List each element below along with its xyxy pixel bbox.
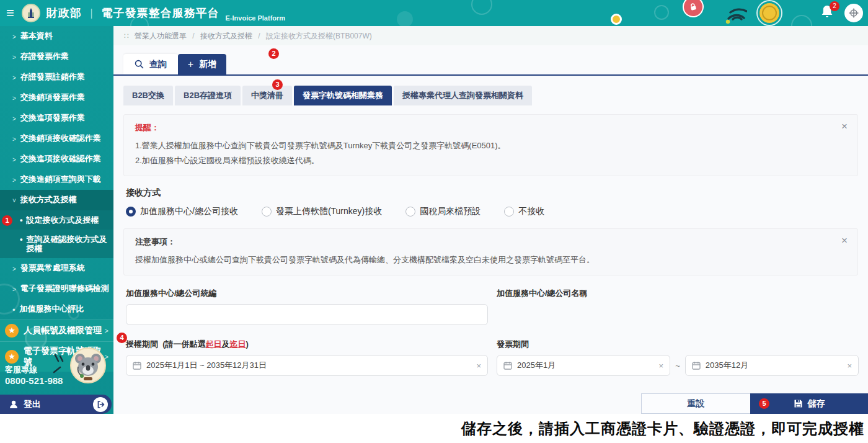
logout-button[interactable]: 登出 — [0, 395, 112, 414]
decor-bubble — [471, 0, 492, 15]
platform-title-en: E-Invoice Platform — [226, 14, 286, 26]
sidebar-item-stored-invoice[interactable]: >存證發票作業 — [0, 47, 113, 67]
sidebar-item-exchange-query-download[interactable]: >交換進銷項查詢與下載 — [0, 169, 113, 190]
reminder-box: 提醒： 1.營業人授權加值服務中心查詢下載貴公司發票字軌號碼及Turnkey下載… — [123, 114, 858, 176]
sidebar-item-account-permission[interactable]: ★ 人員帳號及權限管理 > — [0, 320, 113, 341]
notice-text: 授權加值服務中心或總公司查詢下載貴公司發票字軌號碼及代為傳輸總、分支機構配號檔案… — [135, 253, 833, 267]
sidebar-item-exchange-sales-confirm[interactable]: >交換銷項接收確認作業 — [0, 128, 113, 149]
person-icon — [9, 400, 19, 409]
save-icon — [794, 399, 803, 408]
chevron-right-icon: > — [12, 155, 16, 164]
calendar-icon — [503, 361, 512, 370]
auth-period-label: 授權期間 (請一併點選起日及迄日) — [126, 339, 488, 350]
radio-icon — [126, 207, 136, 217]
sidebar-item-exchange-sales[interactable]: >交換銷項發票作業 — [0, 87, 113, 108]
subtab-winning-list[interactable]: 中獎清冊 — [242, 86, 292, 105]
start-date-link[interactable]: 起日 — [206, 339, 222, 349]
form-actions: 重設 5 儲存 — [641, 393, 868, 414]
receive-method-label: 接收方式 — [126, 187, 858, 199]
tab-add[interactable]: + 新增 — [178, 54, 226, 74]
sidebar-item-basic-info[interactable]: >基本資料 — [0, 26, 113, 47]
sidebar-item-invoice-exception[interactable]: >發票異常處理系統 — [0, 258, 113, 279]
chevron-right-icon: > — [12, 53, 16, 62]
reminder-line-1: 1.營業人授權加值服務中心查詢下載貴公司發票字軌號碼及Turnkey下載貴公司之… — [135, 138, 833, 153]
sidebar-item-exchange-purchase-confirm[interactable]: >交換進項接收確認作業 — [0, 149, 113, 169]
clear-icon[interactable]: × — [476, 361, 481, 370]
invoice-from-value: 2025年1月 — [517, 360, 654, 371]
decor-bubble — [25, 327, 47, 349]
chevron-right-icon: > — [12, 94, 16, 103]
save-button[interactable]: 5 儲存 — [750, 393, 868, 414]
sidebar-item-query-confirm-receive-method[interactable]: •查詢及確認接收方式及授權 — [0, 230, 113, 258]
radio-tax-bureau-default[interactable]: 國稅局來檔預設 — [405, 206, 480, 217]
radio-turnkey-receive[interactable]: 發票上傳軟體(Turnkey)接收 — [262, 206, 382, 217]
logout-arrow-icon[interactable] — [93, 397, 108, 412]
breadcrumb-item[interactable]: 營業人功能選單 — [135, 32, 187, 40]
breadcrumb: ∷ 營業人功能選單 / 接收方式及授權 / 設定接收方式及授權(BTB007W) — [113, 26, 868, 45]
step-badge-1: 1 — [2, 215, 12, 226]
ministry-logo — [22, 4, 40, 22]
invoice-period-to-input[interactable]: 2035年12月 × — [685, 355, 859, 376]
sidebar-item-barcode-check[interactable]: >電子發票證明聯條碼檢測 — [0, 279, 113, 299]
chevron-right-icon: > — [12, 176, 16, 185]
search-icon — [135, 60, 144, 69]
decor-bubble — [611, 14, 622, 25]
close-icon[interactable]: × — [841, 235, 848, 246]
clear-icon[interactable]: × — [659, 361, 664, 370]
reminder-title: 提醒： — [135, 122, 833, 133]
sidebar-item-exchange-purchase[interactable]: >交換進項發票作業 — [0, 108, 113, 128]
accessibility-icon[interactable] — [844, 4, 863, 22]
bullet-icon: • — [20, 215, 23, 225]
chevron-right-icon: > — [12, 135, 16, 144]
auth-period-input[interactable]: 2025年1月1日 ~ 2035年12月31日 × — [126, 355, 488, 376]
bullet-icon: • — [12, 305, 16, 315]
sidebar-item-set-receive-method[interactable]: 1 •設定接收方式及授權 — [0, 210, 113, 230]
sidebar-nav: >基本資料 >存證發票作業 >存證發票註銷作業 >交換銷項發票作業 >交換進項發… — [0, 26, 113, 414]
star-icon: ★ — [5, 350, 19, 364]
chevron-right-icon: > — [12, 73, 16, 83]
breadcrumb-separator: / — [258, 32, 260, 40]
calendar-icon — [133, 361, 141, 370]
decor-bubble — [791, 15, 812, 26]
notice-title: 注意事項： — [135, 236, 833, 248]
mascot-avatar — [70, 347, 106, 383]
app-header: ≡ 財政部 ｜ 電子發票整合服務平台 E-Invoice Platform 2 — [0, 0, 868, 26]
subtab-track-number-business[interactable]: 發票字軌號碼相關業務 — [294, 86, 392, 105]
decor-coin-icon — [758, 1, 781, 25]
chevron-right-icon: > — [12, 285, 16, 294]
chevron-right-icon: > — [105, 327, 108, 334]
sidebar-item-stored-invoice-void[interactable]: >存證發票註銷作業 — [0, 67, 113, 87]
close-icon[interactable]: × — [841, 121, 848, 132]
breadcrumb-item[interactable]: 接收方式及授權 — [200, 32, 252, 40]
subtab-b2b-exchange[interactable]: B2B交換 — [123, 86, 173, 105]
invoice-to-value: 2035年12月 — [706, 360, 843, 371]
period-separator: ~ — [675, 361, 680, 370]
notifications-bell-icon[interactable]: 2 — [820, 4, 836, 22]
ministry-name: 財政部 — [46, 6, 82, 20]
category-tabs: 3 B2B交換 B2B存證進項 中獎清冊 發票字軌號碼相關業務 授權專業代理人查… — [123, 86, 858, 105]
vat-id-label: 加值服務中心/總公司統編 — [126, 288, 488, 299]
sidebar-group-header-receive-method[interactable]: ˅接收方式及授權 — [0, 190, 113, 210]
tab-query[interactable]: 查詢 — [123, 54, 178, 74]
plus-icon: + — [188, 59, 193, 70]
sidebar-item-vasc-rating[interactable]: •加值服務中心評比 — [0, 299, 113, 320]
invoice-period-label: 發票期間 — [497, 339, 859, 350]
notification-badge: 2 — [830, 1, 839, 11]
logout-label: 登出 — [24, 399, 41, 410]
grid-icon: ∷ — [124, 32, 129, 40]
reminder-line-2: 2.加值服務中心設定國稅局來檔預設接收繞送代碼。 — [135, 153, 833, 168]
subtab-agent-query[interactable]: 授權專業代理人查詢發票相關資料 — [394, 86, 532, 105]
invoice-period-from-input[interactable]: 2025年1月 × — [497, 355, 670, 376]
decor-bubble — [654, 5, 669, 20]
breadcrumb-current: 設定接收方式及授權(BTB007W) — [266, 32, 372, 40]
clear-icon[interactable]: × — [847, 361, 852, 370]
reset-button[interactable]: 重設 — [641, 393, 750, 414]
subtab-b2b-stored-purchase[interactable]: B2B存證進項 — [175, 86, 241, 105]
end-date-link[interactable]: 迄日 — [230, 339, 246, 349]
radio-vasc-receive[interactable]: 加值服務中心/總公司接收 — [126, 206, 238, 217]
radio-no-receive[interactable]: 不接收 — [504, 206, 544, 217]
vat-id-input[interactable] — [126, 304, 488, 325]
hamburger-icon[interactable]: ≡ — [6, 6, 14, 20]
step-badge-4: 4 — [117, 333, 127, 343]
notice-box: 注意事項： 授權加值服務中心或總公司查詢下載貴公司發票字軌號碼及代為傳輸總、分支… — [123, 228, 858, 275]
